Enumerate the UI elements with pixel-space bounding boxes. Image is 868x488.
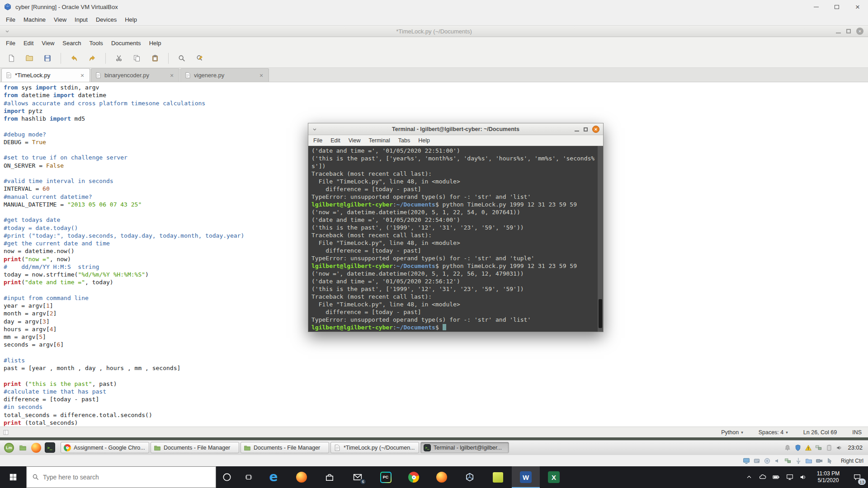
vbox-menu-input[interactable]: Input: [71, 14, 92, 25]
vbox-menu-help[interactable]: Help: [121, 14, 141, 25]
tab-timelock-py[interactable]: *TimeLock.py×: [1, 68, 90, 82]
terminal-minimize-button[interactable]: [575, 125, 579, 133]
terminal-maximize-button[interactable]: [584, 125, 588, 133]
app-firefox-button[interactable]: [288, 466, 316, 488]
editor-menu-file[interactable]: File: [2, 37, 19, 49]
app-mixed-reality-button[interactable]: [456, 466, 484, 488]
app-chrome-button[interactable]: [400, 466, 428, 488]
app-pycharm-button[interactable]: PC: [372, 466, 400, 488]
app-mail-button[interactable]: 6: [344, 466, 372, 488]
app-excel-button[interactable]: X: [540, 466, 568, 488]
task-view-button[interactable]: [238, 466, 259, 488]
bell-icon[interactable]: [784, 444, 791, 451]
editor-menu-view[interactable]: View: [38, 37, 58, 49]
scrollbar-thumb[interactable]: [599, 299, 602, 328]
battery-button[interactable]: [769, 466, 783, 488]
editor-close-button[interactable]: ×: [856, 28, 863, 35]
cut-button[interactable]: [111, 51, 127, 66]
editor-menu-tools[interactable]: Tools: [85, 37, 107, 49]
terminal-menu-edit[interactable]: Edit: [326, 135, 344, 145]
action-center-button[interactable]: 13: [846, 466, 868, 488]
shield-icon[interactable]: [794, 444, 802, 451]
terminal-titlebar[interactable]: Terminal - lgilbert@lgilbert-cyber: ~/Do…: [308, 123, 603, 135]
optical-disk-icon[interactable]: [764, 457, 771, 465]
display-icon[interactable]: [743, 457, 750, 465]
taskbar-window-terminal-lgilbert-lgilber[interactable]: >_Terminal - lgilbert@lgilber...: [420, 442, 509, 453]
editor-menu-help[interactable]: Help: [145, 37, 165, 49]
terminal-menu-help[interactable]: Help: [414, 135, 434, 145]
taskbar-window-documents-file-manager[interactable]: Documents - File Manager: [241, 442, 329, 453]
minimize-button[interactable]: [806, 0, 826, 14]
side-pane-toggle-icon[interactable]: [3, 429, 9, 436]
tab-vigenere-py[interactable]: vigenere.py×: [180, 68, 269, 82]
copy-button[interactable]: [129, 51, 145, 66]
usb-icon[interactable]: [795, 457, 802, 465]
editor-menu-documents[interactable]: Documents: [107, 37, 145, 49]
search-input[interactable]: [43, 474, 210, 481]
editor-maximize-button[interactable]: [846, 27, 851, 35]
mouse-integration-icon[interactable]: [826, 457, 833, 465]
launcher-firefox[interactable]: [30, 441, 42, 454]
vbox-menu-view[interactable]: View: [50, 14, 71, 25]
taskbar-window-timelock-py-documen[interactable]: *TimeLock.py (~/Documen...: [330, 442, 419, 453]
app-word-button[interactable]: W: [512, 466, 540, 488]
win-volume-button[interactable]: [797, 466, 810, 488]
tab-close-button[interactable]: ×: [79, 72, 86, 79]
editor-window-titlebar[interactable]: *TimeLock.py (~/Documents) ×: [0, 26, 868, 37]
tab-binaryencoder-py[interactable]: binaryencoder.py×: [91, 68, 179, 82]
win-network-button[interactable]: [783, 466, 797, 488]
taskbar-window-assignment-google-chro[interactable]: Assignment - Google Chro...: [61, 442, 149, 453]
taskbar-window-documents-file-manager[interactable]: Documents - File Manager: [151, 442, 239, 453]
launcher-mint-menu[interactable]: Lm: [3, 441, 15, 454]
taskbar-search[interactable]: [26, 466, 216, 488]
vbox-menu-devices[interactable]: Devices: [92, 14, 121, 25]
start-button[interactable]: [0, 466, 26, 488]
open-document-button[interactable]: [22, 51, 37, 66]
terminal-menu-terminal[interactable]: Terminal: [365, 135, 394, 145]
chevron-up-button[interactable]: [742, 466, 756, 488]
search-and-replace-button[interactable]: [192, 51, 208, 66]
close-button[interactable]: ×: [847, 0, 868, 14]
editor-minimize-button[interactable]: [836, 27, 841, 35]
cortana-button[interactable]: [216, 466, 238, 488]
maximize-button[interactable]: [826, 0, 847, 14]
undo-button[interactable]: [66, 51, 82, 66]
app-edge-button[interactable]: e: [259, 466, 288, 488]
indent-selector[interactable]: Spaces: 4 ▾: [759, 429, 788, 436]
new-document-button[interactable]: [4, 51, 19, 66]
video-capture-icon[interactable]: [816, 457, 823, 465]
save-document-button[interactable]: [40, 51, 55, 66]
editor-menu-edit[interactable]: Edit: [19, 37, 38, 49]
warning-icon[interactable]: [805, 444, 812, 451]
app-firefox-dev-button[interactable]: [428, 466, 456, 488]
window-menu-icon[interactable]: [312, 127, 317, 132]
hard-disk-icon[interactable]: [753, 457, 760, 465]
launcher-terminal[interactable]: >_: [43, 441, 56, 454]
tab-close-button[interactable]: ×: [168, 72, 175, 79]
editor-menu-search[interactable]: Search: [58, 37, 85, 49]
taskbar-clock[interactable]: 11:03 PM 5/1/2020: [810, 470, 846, 484]
tab-close-button[interactable]: ×: [258, 72, 265, 79]
terminal-menu-file[interactable]: File: [309, 135, 326, 145]
clipboard-icon[interactable]: [826, 444, 833, 451]
audio-icon[interactable]: [774, 457, 781, 465]
vbox-menu-file[interactable]: File: [2, 14, 19, 25]
search-button[interactable]: [174, 51, 189, 66]
app-store-button[interactable]: [316, 466, 344, 488]
network-adapter-icon[interactable]: [784, 457, 792, 465]
network-icon[interactable]: [815, 444, 822, 451]
terminal-menu-tabs[interactable]: Tabs: [394, 135, 414, 145]
terminal-close-button[interactable]: ×: [592, 126, 599, 133]
window-menu-icon[interactable]: [5, 28, 10, 34]
language-selector[interactable]: Python ▾: [721, 429, 743, 436]
terminal-scrollbar[interactable]: [598, 146, 603, 332]
onedrive-button[interactable]: [756, 466, 769, 488]
app-sticky-notes-button[interactable]: [484, 466, 512, 488]
launcher-file-manager[interactable]: [16, 441, 29, 454]
terminal-menu-view[interactable]: View: [344, 135, 365, 145]
terminal-output[interactable]: ('date and time =', '01/05/2020 22:51:00…: [308, 146, 603, 332]
shared-folders-icon[interactable]: [805, 457, 812, 465]
paste-button[interactable]: [147, 51, 163, 66]
redo-button[interactable]: [85, 51, 100, 66]
volume-icon[interactable]: [836, 444, 843, 451]
